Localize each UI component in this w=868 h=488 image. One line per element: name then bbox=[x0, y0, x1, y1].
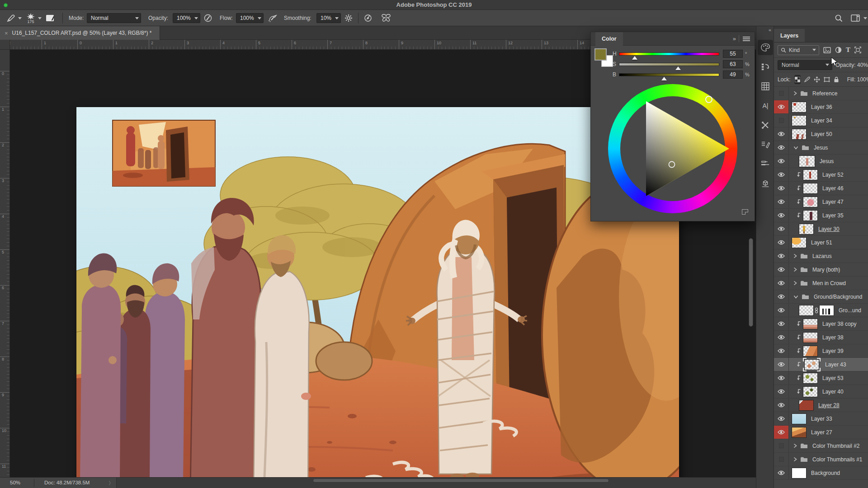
layer-name[interactable]: Layer 51 bbox=[811, 239, 832, 246]
close-tab-icon[interactable]: × bbox=[5, 30, 8, 37]
panel-menu-icon[interactable] bbox=[743, 37, 750, 41]
pressure-opacity-icon[interactable] bbox=[203, 10, 212, 26]
lock-all-padlock-icon[interactable] bbox=[834, 75, 839, 84]
eye-icon[interactable] bbox=[774, 371, 789, 385]
layer-row[interactable]: Layer 53 bbox=[774, 371, 868, 385]
filter-image-layers-icon[interactable] bbox=[823, 47, 831, 53]
ruler-origin-corner[interactable] bbox=[0, 40, 10, 50]
layer-group-row[interactable]: Men in Crowd bbox=[774, 277, 868, 290]
brightness-slider[interactable] bbox=[619, 73, 719, 76]
filter-shape-layers-icon[interactable] bbox=[854, 47, 861, 53]
layer-row[interactable]: Layer 47 bbox=[774, 195, 868, 209]
layer-row[interactable]: Layer 35 bbox=[774, 209, 868, 222]
layer-opacity-field[interactable]: Opacity: 40% bbox=[836, 62, 868, 68]
layer-row[interactable]: Layer 46 bbox=[774, 182, 868, 195]
chevron-right-icon[interactable] bbox=[793, 457, 797, 462]
threed-panel-icon[interactable] bbox=[758, 176, 773, 191]
layer-row[interactable]: Gro...und bbox=[774, 304, 868, 317]
layer-thumbnail[interactable] bbox=[803, 319, 818, 329]
hue-ring-marker[interactable] bbox=[706, 96, 712, 103]
color-panel-icon[interactable] bbox=[758, 40, 773, 55]
chevron-right-icon[interactable] bbox=[793, 443, 797, 448]
layer-thumbnail[interactable] bbox=[792, 468, 807, 479]
eye-icon[interactable] bbox=[774, 399, 789, 412]
chevron-right-icon[interactable] bbox=[793, 253, 797, 258]
chevron-down-icon[interactable] bbox=[793, 146, 798, 150]
layer-thumbnail[interactable] bbox=[803, 197, 818, 207]
mask-link-icon[interactable] bbox=[814, 307, 819, 314]
eye-icon[interactable] bbox=[774, 385, 789, 398]
layer-name[interactable]: Layer 46 bbox=[822, 185, 844, 192]
brush-tool-dropdown-chevron[interactable] bbox=[18, 10, 22, 26]
eye-icon[interactable] bbox=[774, 195, 789, 208]
chevron-right-icon[interactable] bbox=[793, 267, 797, 272]
layer-name[interactable]: Layer 40 bbox=[822, 389, 844, 395]
layer-thumbnail[interactable] bbox=[803, 332, 818, 343]
eye-icon[interactable] bbox=[774, 182, 789, 195]
chevron-right-icon[interactable] bbox=[793, 281, 797, 286]
filter-type-layers-icon[interactable]: T bbox=[846, 46, 850, 54]
brush-smoothing-gear-icon[interactable] bbox=[344, 10, 353, 26]
eye-icon[interactable] bbox=[774, 304, 789, 317]
saturation-slider-marker[interactable] bbox=[675, 66, 681, 70]
hue-slider-marker[interactable] bbox=[632, 56, 637, 60]
layer-group-row[interactable]: Ground/Background bbox=[774, 290, 868, 304]
layer-thumbnail[interactable] bbox=[792, 102, 807, 113]
layer-row[interactable]: Background bbox=[774, 466, 868, 480]
layer-name[interactable]: Background bbox=[811, 470, 840, 476]
canvas-document[interactable] bbox=[76, 107, 679, 488]
eye-icon[interactable] bbox=[774, 263, 789, 276]
layer-row[interactable]: Layer 38 bbox=[774, 331, 868, 344]
eye-icon[interactable] bbox=[774, 249, 789, 263]
search-icon[interactable] bbox=[835, 10, 843, 26]
layer-thumbnail[interactable] bbox=[799, 400, 814, 411]
layer-row[interactable]: Layer 36 bbox=[774, 100, 868, 114]
horizontal-scrollbar-thumb[interactable] bbox=[313, 479, 609, 483]
layer-thumbnail[interactable] bbox=[803, 169, 818, 180]
document-tab[interactable]: × U16_L157_COLOR ART.psd @ 50% (Layer 43… bbox=[0, 26, 160, 40]
saturation-value[interactable]: 63 bbox=[723, 60, 743, 68]
layer-thumbnail[interactable] bbox=[803, 386, 818, 397]
chevron-down-icon[interactable] bbox=[793, 295, 798, 299]
layer-row[interactable]: Layer 50 bbox=[774, 127, 868, 141]
layer-row[interactable]: Layer 33 bbox=[774, 412, 868, 426]
layer-thumbnail[interactable] bbox=[804, 359, 819, 370]
layer-fill-field[interactable]: Fill: 100% bbox=[847, 76, 868, 83]
layer-name[interactable]: Layer 50 bbox=[811, 131, 832, 137]
layer-thumbnail[interactable] bbox=[803, 210, 818, 221]
lock-paint-icon[interactable] bbox=[804, 75, 810, 84]
history-panel-icon[interactable] bbox=[758, 59, 773, 75]
chevron-right-icon[interactable] bbox=[793, 91, 797, 96]
layer-thumbnail[interactable] bbox=[792, 129, 807, 140]
visibility-toggle-empty[interactable] bbox=[774, 114, 789, 127]
eye-icon[interactable] bbox=[774, 358, 789, 371]
layer-name[interactable]: Ground/Background bbox=[814, 294, 862, 300]
layer-row[interactable]: Layer 40 bbox=[774, 385, 868, 399]
layer-name[interactable]: Layer 34 bbox=[811, 117, 832, 124]
workspace-chevron[interactable] bbox=[863, 10, 867, 26]
toggle-brush-settings-icon[interactable] bbox=[45, 10, 55, 26]
eye-icon[interactable] bbox=[774, 317, 789, 330]
filter-kind-select[interactable]: Kind bbox=[778, 45, 819, 55]
eye-icon[interactable] bbox=[774, 466, 789, 479]
layer-row[interactable]: Jesus bbox=[774, 155, 868, 168]
layer-name[interactable]: Layer 47 bbox=[822, 199, 844, 205]
layer-group-row[interactable]: Lazarus bbox=[774, 249, 868, 263]
layer-thumbnail[interactable] bbox=[803, 346, 818, 357]
layer-row[interactable]: Layer 30 bbox=[774, 222, 868, 236]
create-swatch-icon[interactable] bbox=[742, 209, 748, 215]
character-panel-icon[interactable]: A| bbox=[758, 98, 773, 113]
zoom-level-field[interactable]: 50% bbox=[10, 480, 20, 485]
layer-name[interactable]: Layer 30 bbox=[818, 226, 840, 232]
layer-row[interactable]: Layer 38 copy bbox=[774, 317, 868, 331]
blend-mode-select[interactable]: Normal bbox=[778, 60, 832, 70]
layer-group-row[interactable]: Jesus bbox=[774, 141, 868, 155]
brush-preset-picker[interactable]: 175 bbox=[26, 10, 35, 26]
butterfly-symmetry-icon[interactable] bbox=[381, 10, 392, 26]
layer-name[interactable]: Layer 38 copy bbox=[822, 321, 856, 327]
saturation-slider[interactable] bbox=[619, 63, 719, 66]
layer-name[interactable]: Men in Crowd bbox=[812, 280, 846, 286]
layer-name[interactable]: Layer 33 bbox=[811, 416, 832, 422]
layer-thumbnail[interactable] bbox=[792, 413, 807, 424]
layer-name[interactable]: Jesus bbox=[820, 158, 834, 164]
